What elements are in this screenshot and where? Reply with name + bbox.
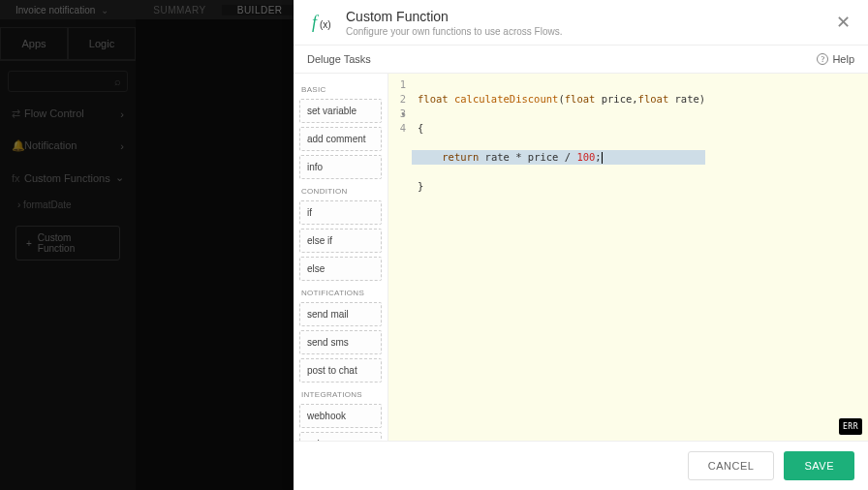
task-item[interactable]: else (299, 257, 382, 281)
code-editor[interactable]: 1 2 ▾ 3 4 float calculateDiscount(float … (388, 74, 868, 441)
fx-icon: f(x) (307, 8, 336, 37)
close-icon[interactable]: ✕ (832, 8, 854, 37)
tasks-panel: BASICset variableadd commentinfoCONDITIO… (294, 74, 388, 441)
gutter: 1 2 ▾ 3 4 (388, 74, 412, 441)
code-content[interactable]: float calculateDiscount(float price,floa… (412, 74, 711, 441)
task-item[interactable]: else if (299, 229, 382, 253)
task-group-title: BASIC (301, 85, 380, 94)
svg-text:f: f (312, 13, 320, 32)
task-group-title: NOTIFICATIONS (301, 289, 380, 297)
task-item[interactable]: send mail (299, 302, 382, 326)
task-item[interactable]: send sms (299, 330, 382, 354)
task-item[interactable]: post to chat (299, 358, 382, 383)
modal-title: Custom Function (346, 9, 562, 24)
cancel-button[interactable]: CANCEL (688, 451, 775, 480)
modal-subtitle: Configure your own functions to use acro… (346, 26, 562, 37)
svg-text:(x): (x) (320, 19, 331, 30)
save-button[interactable]: SAVE (784, 451, 854, 480)
task-group-title: CONDITION (301, 187, 380, 196)
task-item[interactable]: if (299, 200, 382, 225)
tasks-label: Deluge Tasks (307, 53, 371, 65)
task-item[interactable]: webhook (299, 404, 382, 428)
help-link[interactable]: ? Help (817, 53, 854, 65)
modal-subheader: Deluge Tasks ? Help (294, 46, 868, 74)
task-item[interactable]: info (299, 155, 382, 179)
modal-footer: CANCEL SAVE (294, 441, 868, 490)
task-item[interactable]: zoho integration (299, 432, 382, 441)
error-badge[interactable]: ERR (839, 418, 862, 435)
modal-header: f(x) Custom Function Configure your own … (294, 0, 868, 46)
task-item[interactable]: set variable (299, 99, 382, 123)
help-icon: ? (817, 53, 828, 65)
task-item[interactable]: add comment (299, 127, 382, 151)
text-cursor (602, 152, 603, 164)
task-group-title: INTEGRATIONS (301, 390, 380, 399)
custom-function-modal: f(x) Custom Function Configure your own … (294, 0, 868, 490)
